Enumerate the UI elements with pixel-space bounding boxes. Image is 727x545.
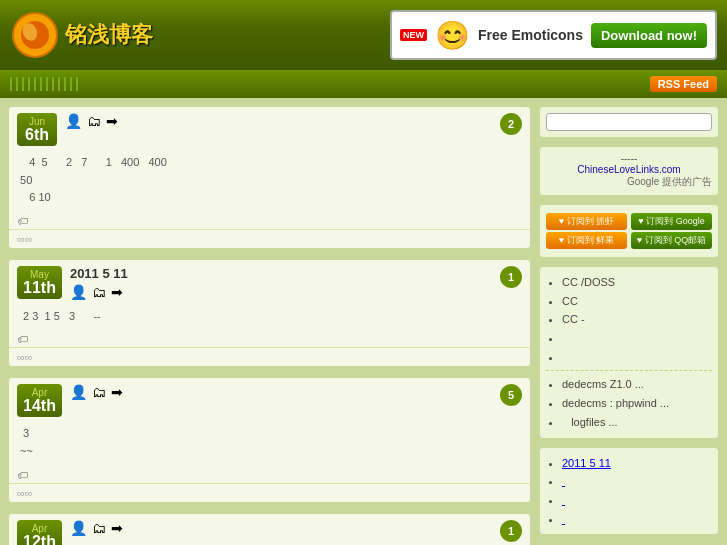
post-icons: 👤 🗂 ➡ xyxy=(65,113,522,129)
post-header: May 11th 2011 5 11 👤 🗂 ➡ 1 xyxy=(9,260,530,304)
link-dedecms2[interactable]: dedecms : phpwind ... xyxy=(562,397,669,409)
subscribe-qq-button[interactable]: ♥ 订阅到 QQ邮箱 xyxy=(631,232,712,249)
user-icon: 👤 xyxy=(70,384,87,400)
nav-sep xyxy=(70,77,72,91)
post-meta: 👤 🗂 ➡ xyxy=(70,384,522,400)
content-area: Jun 6th 👤 🗂 ➡ 2 4 5 2 7 1 400 400 50 xyxy=(8,106,531,545)
tag-icon: 🏷 xyxy=(17,215,28,227)
post-header: Apr 12th 👤 🗂 ➡ 1 xyxy=(9,514,530,545)
comment-count: 5 xyxy=(500,384,522,406)
sidebar-search-box xyxy=(539,106,719,138)
list-item xyxy=(562,491,712,510)
logo-icon xyxy=(10,10,60,60)
list-item: CC - xyxy=(562,310,712,329)
post-card: Apr 12th 👤 🗂 ➡ 1 xyxy=(8,513,531,545)
nav-sep xyxy=(10,77,12,91)
sidebar-sub-links-list: dedecms Z1.0 ... dedecms : phpwind ... l… xyxy=(546,375,712,431)
nav-sep xyxy=(76,77,78,91)
comment-count: 1 xyxy=(500,520,522,542)
recent-link-4[interactable] xyxy=(562,513,565,525)
logo: 铭浅博客 xyxy=(10,10,153,60)
link-cc-dash[interactable]: CC - xyxy=(562,313,585,325)
divider xyxy=(546,370,712,371)
post-tags: 🏷 xyxy=(9,467,530,483)
search-input[interactable] xyxy=(546,113,712,131)
subscribe-row: ♥ 订阅到 鲜果 ♥ 订阅到 QQ邮箱 xyxy=(546,232,712,249)
post-tags: 🏷 xyxy=(9,213,530,229)
post-day: 11th xyxy=(23,280,56,296)
list-item: dedecms : phpwind ... xyxy=(562,394,712,413)
post-tags: 🏷 xyxy=(9,331,530,347)
logo-text: 铭浅博客 xyxy=(65,20,153,50)
post-footer-icons: ∞∞ xyxy=(17,233,33,245)
list-item xyxy=(562,472,712,491)
list-item xyxy=(562,510,712,529)
list-item: 2011 5 11 xyxy=(562,454,712,473)
post-body: 3 ~~ xyxy=(9,421,530,466)
post-meta: 👤 🗂 ➡ xyxy=(70,520,522,536)
loop-icon: ∞∞ xyxy=(17,487,33,499)
post-date-box: Apr 12th xyxy=(17,520,62,545)
post-icons: 👤 🗂 ➡ xyxy=(70,384,522,400)
nav-items xyxy=(10,77,78,91)
link-empty1[interactable] xyxy=(562,332,565,344)
post-date-box: Jun 6th xyxy=(17,113,57,146)
list-item: dedecms Z1.0 ... xyxy=(562,375,712,394)
post-footer-icons: ∞∞ xyxy=(17,487,33,499)
main-layout: Jun 6th 👤 🗂 ➡ 2 4 5 2 7 1 400 400 50 xyxy=(0,98,727,545)
user-icon: 👤 xyxy=(70,520,87,536)
post-card: Apr 14th 👤 🗂 ➡ 5 3 ~~ 🏷 xyxy=(8,377,531,502)
nav-sep xyxy=(52,77,54,91)
sidebar-links-list: CC /DOSS CC CC - xyxy=(546,273,712,366)
post-icons: 👤 🗂 ➡ xyxy=(70,284,522,300)
download-now-button[interactable]: Download now! xyxy=(591,23,707,48)
navbar: RSS Feed xyxy=(0,70,727,98)
list-item xyxy=(562,329,712,348)
recent-link-1[interactable]: 2011 5 11 xyxy=(562,457,611,469)
link-empty2[interactable] xyxy=(562,351,565,363)
rss-feed-button[interactable]: RSS Feed xyxy=(650,76,717,92)
header: 铭浅博客 NEW 😊 Free Emoticons Download now! xyxy=(0,0,727,70)
nav-sep xyxy=(34,77,36,91)
sidebar-links-box: CC /DOSS CC CC - dedecms Z1.0 ... dedecm… xyxy=(539,266,719,439)
post-footer: ∞∞ xyxy=(9,347,530,366)
nav-sep xyxy=(58,77,60,91)
nav-sep xyxy=(40,77,42,91)
post-header: Apr 14th 👤 🗂 ➡ 5 xyxy=(9,378,530,421)
arrow-icon: ➡ xyxy=(111,384,123,400)
loop-icon: ∞∞ xyxy=(17,351,33,363)
sidebar-subscribe-box: ♥ 订阅到 抓虾 ♥ 订阅到 Google ♥ 订阅到 鲜果 ♥ 订阅到 QQ邮… xyxy=(539,204,719,258)
banner-new-badge: NEW xyxy=(400,29,427,41)
post-footer: ∞∞ xyxy=(9,483,530,502)
folder-icon: 🗂 xyxy=(92,384,106,400)
post-day: 12th xyxy=(23,534,56,545)
post-meta: 👤 🗂 ➡ xyxy=(65,113,522,129)
comment-count: 1 xyxy=(500,266,522,288)
post-date-box: May 11th xyxy=(17,266,62,299)
link-logfiles[interactable]: logfiles ... xyxy=(562,416,618,428)
list-item xyxy=(562,348,712,367)
ad-link[interactable]: ChineseLoveLinks.com xyxy=(577,164,680,175)
folder-icon: 🗂 xyxy=(92,284,106,300)
post-header: Jun 6th 👤 🗂 ➡ 2 xyxy=(9,107,530,150)
link-cc[interactable]: CC xyxy=(562,295,578,307)
post-day: 14th xyxy=(23,398,56,414)
folder-icon: 🗂 xyxy=(87,113,101,129)
subscribe-xianguo-button[interactable]: ♥ 订阅到 鲜果 xyxy=(546,232,627,249)
subscribe-zhuaxia-button[interactable]: ♥ 订阅到 抓虾 xyxy=(546,213,627,230)
post-icons: 👤 🗂 ➡ xyxy=(70,520,522,536)
subscribe-row: ♥ 订阅到 抓虾 ♥ 订阅到 Google xyxy=(546,213,712,230)
loop-icon: ∞∞ xyxy=(17,233,33,245)
nav-sep xyxy=(16,77,18,91)
arrow-icon: ➡ xyxy=(106,113,118,129)
nav-sep xyxy=(46,77,48,91)
list-item: CC xyxy=(562,292,712,311)
ad-dash: ----- xyxy=(621,153,638,164)
link-dedecms1[interactable]: dedecms Z1.0 ... xyxy=(562,378,644,390)
recent-link-3[interactable] xyxy=(562,494,565,506)
post-card: May 11th 2011 5 11 👤 🗂 ➡ 1 2 3 1 5 3 -- xyxy=(8,259,531,368)
google-ad-text: Google 提供的广告 xyxy=(546,175,712,189)
subscribe-google-button[interactable]: ♥ 订阅到 Google xyxy=(631,213,712,230)
link-cc-doss[interactable]: CC /DOSS xyxy=(562,276,615,288)
recent-link-2[interactable] xyxy=(562,475,565,487)
